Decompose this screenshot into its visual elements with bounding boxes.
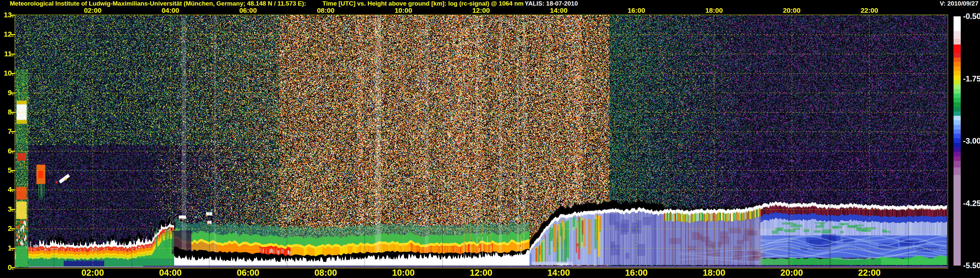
y-tick-mark	[11, 189, 15, 190]
y-tick-mark	[11, 209, 15, 210]
x-tick-bottom: 10:00	[392, 268, 415, 277]
y-tick-mark	[11, 54, 15, 54]
x-tick-top: 04:00	[162, 6, 179, 14]
colorbar-segment	[953, 152, 961, 157]
x-tick-bottom: 02:00	[81, 268, 104, 277]
colorbar-segment	[953, 112, 961, 116]
colorbar-segment	[953, 143, 961, 147]
version-label: V: 2010/09/27	[940, 0, 978, 7]
x-tick-bottom: 04:00	[159, 268, 181, 277]
colorbar-segment	[953, 80, 961, 85]
colorbar-segment	[953, 39, 961, 45]
colorbar-segment	[953, 161, 961, 168]
colorbar-segment	[953, 120, 961, 125]
colorbar-tick-label: -4.25	[963, 200, 980, 207]
x-tick-bottom: 22:00	[858, 268, 881, 277]
x-tick-top: 12:00	[473, 6, 490, 14]
x-tick-top: 08:00	[317, 6, 334, 14]
colorbar-segment	[953, 134, 961, 138]
institute-title: Meteorological Institute of Ludwig-Maxim…	[10, 0, 306, 7]
colorbar-segment	[953, 98, 961, 102]
x-tick-top: 20:00	[783, 6, 801, 14]
colorbar-tick-label: -0.50	[963, 13, 980, 20]
colorbar-segment	[953, 58, 961, 62]
colorbar-segment	[953, 66, 961, 71]
y-tick-mark	[11, 112, 15, 113]
colorbar-segment	[953, 107, 961, 112]
y-tick-mark	[11, 15, 15, 16]
colorbar-segment	[953, 89, 961, 94]
colorbar	[953, 16, 961, 265]
colorbar-segment	[953, 94, 961, 98]
x-tick-bottom: 18:00	[703, 268, 725, 277]
y-tick-mark	[11, 131, 15, 132]
x-tick-top: 18:00	[705, 6, 723, 14]
x-tick-top: 16:00	[627, 6, 645, 14]
colorbar-segment	[953, 175, 961, 265]
x-tick-bottom: 14:00	[547, 268, 570, 277]
y-tick-mark	[11, 151, 15, 152]
colorbar-tick-label: -1.75	[963, 75, 980, 83]
y-tick-mark	[11, 267, 15, 268]
colorbar-segment	[953, 102, 961, 107]
colorbar-segment	[953, 45, 961, 53]
x-tick-bottom: 06:00	[237, 268, 259, 277]
y-tick-mark	[11, 228, 15, 229]
x-tick-bottom: 12:00	[470, 268, 492, 277]
colorbar-segment	[953, 16, 961, 31]
colorbar-tick-label: -3.00	[963, 137, 980, 145]
colorbar-segment	[953, 85, 961, 89]
x-tick-bottom: 08:00	[314, 268, 337, 277]
x-tick-top: 02:00	[84, 6, 102, 14]
x-tick-top: 10:00	[395, 6, 412, 14]
colorbar-segment	[953, 147, 961, 152]
colorbar-segment	[953, 157, 961, 161]
x-tick-bottom: 20:00	[780, 268, 803, 277]
plot-title: Time [UTC] vs. Height above ground [km]:…	[323, 0, 523, 7]
lidar-heatmap-canvas	[15, 15, 947, 268]
y-tick-mark	[11, 170, 15, 171]
instrument-date-label: YALIS: 18-07-2010	[525, 0, 578, 7]
x-tick-top: 06:00	[239, 6, 257, 14]
colorbar-segment	[953, 53, 961, 58]
x-tick-top: 14:00	[550, 6, 568, 14]
colorbar-segment	[953, 75, 961, 80]
colorbar-segment	[953, 71, 961, 75]
colorbar-segment	[953, 31, 961, 39]
colorbar-segment	[953, 168, 961, 175]
y-tick-mark	[11, 34, 15, 35]
colorbar-segment	[953, 116, 961, 120]
colorbar-segment	[953, 129, 961, 134]
y-tick-mark	[11, 93, 15, 94]
y-tick-mark	[11, 73, 15, 74]
lidar-quicklook-page: Meteorological Institute of Ludwig-Maxim…	[0, 0, 980, 278]
plot-frame	[15, 15, 948, 268]
colorbar-segment	[953, 125, 961, 129]
y-tick-mark	[11, 248, 15, 249]
colorbar-segment	[953, 138, 961, 143]
colorbar-tick-label: -5.50	[963, 262, 980, 270]
x-tick-top: 22:00	[861, 6, 878, 14]
x-tick-bottom: 16:00	[625, 268, 648, 277]
colorbar-segment	[953, 62, 961, 66]
